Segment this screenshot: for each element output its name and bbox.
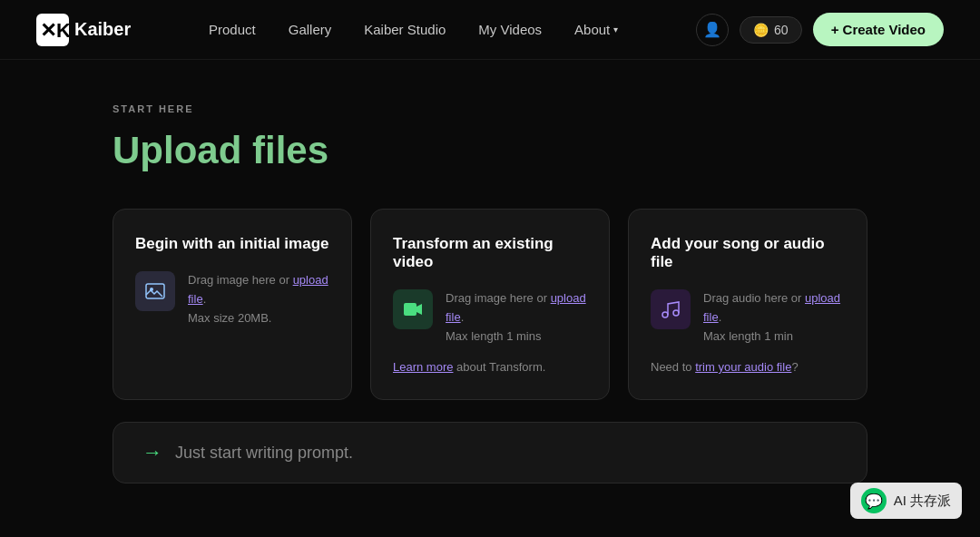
card-initial-image[interactable]: Begin with an initial image Drag image h…: [113, 209, 352, 400]
wechat-icon: 💬: [861, 488, 887, 513]
logo-icon: ✕K: [36, 14, 69, 46]
prompt-box[interactable]: → Just start writing prompt.: [113, 422, 867, 483]
card-initial-image-title: Begin with an initial image: [135, 235, 329, 253]
nav-right: 👤 🪙 60 + Create Video: [696, 13, 944, 46]
user-icon: 👤: [703, 21, 721, 38]
card-transform-video-desc: Drag image here or upload file.Max lengt…: [446, 289, 587, 346]
audio-card-icon: [651, 289, 691, 329]
trim-audio-link[interactable]: trim your audio file: [695, 360, 791, 374]
video-icon: [402, 298, 424, 320]
learn-more-link[interactable]: Learn more: [393, 360, 453, 374]
card-audio-title: Add your song or audio file: [651, 235, 845, 271]
watermark: 💬 AI 共存派: [850, 483, 962, 519]
image-icon: [144, 280, 166, 302]
nav-about[interactable]: About ▾: [574, 22, 618, 37]
cards-row: Begin with an initial image Drag image h…: [113, 209, 867, 400]
nav-gallery[interactable]: Gallery: [289, 22, 332, 37]
arrow-icon: →: [142, 441, 162, 464]
prompt-text: Just start writing prompt.: [175, 444, 353, 463]
create-video-button[interactable]: + Create Video: [813, 13, 944, 46]
nav-product[interactable]: Product: [209, 22, 256, 37]
svg-text:✕K: ✕K: [40, 19, 69, 42]
card-audio-desc: Drag audio here or upload file.Max lengt…: [703, 289, 845, 346]
svg-point-6: [673, 310, 679, 316]
nav-kaiber-studio[interactable]: Kaiber Studio: [364, 22, 446, 37]
credits-badge: 🪙 60: [740, 16, 802, 44]
svg-rect-4: [404, 303, 416, 316]
svg-point-5: [662, 312, 668, 317]
card-audio[interactable]: Add your song or audio file Drag audio h…: [628, 209, 867, 400]
card-transform-video-title: Transform an existing video: [393, 235, 587, 271]
logo[interactable]: ✕K Kaiber: [36, 14, 131, 46]
chevron-down-icon: ▾: [613, 24, 618, 34]
credits-icon: 🪙: [753, 23, 769, 37]
nav-my-videos[interactable]: My Videos: [478, 22, 542, 37]
card-initial-image-desc: Drag image here or upload file.Max size …: [188, 271, 329, 327]
music-icon: [660, 298, 681, 320]
credits-count: 60: [774, 23, 789, 37]
start-label: START HERE: [113, 103, 867, 114]
user-icon-button[interactable]: 👤: [696, 14, 729, 46]
video-card-icon: [393, 289, 433, 329]
brand-name: Kaiber: [74, 19, 131, 40]
watermark-text: AI 共存派: [894, 493, 951, 510]
card-transform-video[interactable]: Transform an existing video Drag image h…: [370, 209, 610, 400]
page-title: Upload files: [113, 129, 867, 172]
image-card-icon: [135, 271, 175, 311]
card-audio-footer: Need to trim your audio file?: [651, 360, 845, 374]
card-transform-footer: Learn more about Transform.: [393, 360, 587, 374]
